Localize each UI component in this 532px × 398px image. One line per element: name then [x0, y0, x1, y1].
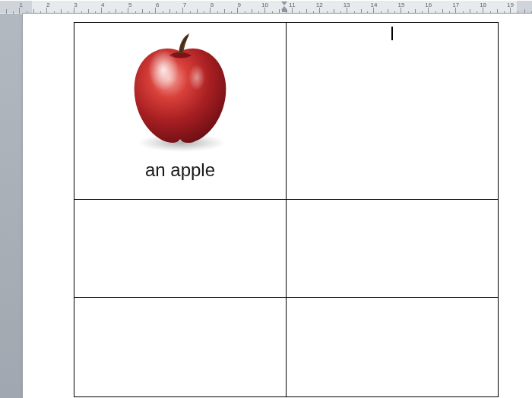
table-cell-r1c1[interactable]: an apple: [74, 23, 287, 200]
ruler-ticks: [0, 0, 532, 14]
apple-illustration: [121, 27, 239, 153]
cell-caption[interactable]: an apple: [145, 160, 215, 181]
table-cell-r3c1[interactable]: [74, 298, 287, 397]
table-cell-r2c1[interactable]: [74, 200, 287, 298]
table-cell-r2c2[interactable]: [287, 200, 499, 298]
table-cell-r3c2[interactable]: [287, 298, 499, 397]
workspace: an apple: [0, 0, 532, 398]
svg-point-1: [148, 49, 179, 90]
text-cursor: [391, 27, 393, 40]
document-table[interactable]: an apple: [74, 22, 499, 397]
table-cell-r1c2[interactable]: [287, 23, 499, 200]
document-page[interactable]: an apple: [23, 14, 532, 398]
svg-point-2: [188, 65, 205, 90]
horizontal-ruler[interactable]: [0, 0, 532, 14]
